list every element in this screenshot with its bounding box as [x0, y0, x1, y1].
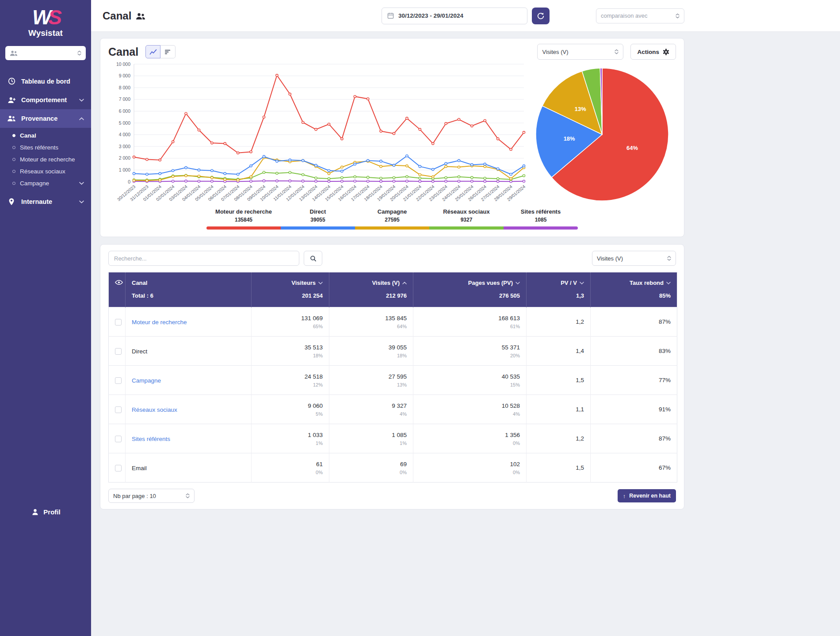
svg-text:9 000: 9 000 [119, 73, 130, 78]
legend-segment-sites-referents [504, 226, 578, 230]
legend-segment-reseaux-sociaux [429, 226, 504, 230]
sidebar-item-internaute[interactable]: Internaute [0, 192, 91, 211]
per-page-select[interactable]: Nb par page : 10 [108, 489, 195, 503]
date-controls: 30/12/2023 - 29/01/2024 [382, 8, 550, 24]
sidebar-nav: Tableau de bord Comportement Provenance [0, 72, 91, 211]
column-header-pv-v[interactable]: PV / V [527, 272, 591, 288]
sidebar: WS Wysistat Tableau de bord Co [0, 0, 91, 636]
svg-text:7 000: 7 000 [119, 96, 130, 102]
chart-metric-select[interactable]: Visites (V) [537, 44, 623, 60]
bullet-icon [12, 146, 15, 149]
channel-name: Direct [132, 348, 147, 355]
column-header-taux-rebond[interactable]: Taux rebond [591, 272, 677, 288]
legend-item-direct[interactable]: Direct39055 [281, 208, 355, 223]
calendar-icon [387, 12, 394, 19]
line-chart-toggle[interactable] [145, 45, 160, 58]
cell-visites: 135 84564% [329, 307, 413, 337]
provenance-submenu: CanalSites référentsMoteur de rechercheR… [0, 128, 91, 192]
cell-pages-vues: 168 61361% [413, 307, 527, 337]
sidebar-item-label: Comportement [21, 96, 67, 103]
legend-item-moteur-de-recherche[interactable]: Moteur de recherche135845 [206, 208, 281, 223]
svg-text:5 000: 5 000 [119, 120, 130, 126]
column-header-pages-vues[interactable]: Pages vues (PV) [413, 272, 527, 288]
profil-label: Profil [43, 508, 60, 516]
legend-item-reseaux-sociaux[interactable]: Réseaux sociaux9327 [429, 208, 504, 223]
sidebar-subitem-canal[interactable]: Canal [0, 130, 91, 142]
total-pages-vues: 276 505 [413, 288, 527, 307]
table-metric-select[interactable]: Visites (V) [592, 251, 676, 266]
legend-item-campagne[interactable]: Campagne27595 [355, 208, 429, 223]
cell-pages-vues: 1 3560% [413, 424, 527, 453]
svg-text:3 000: 3 000 [119, 144, 130, 149]
legend-item-sites-referents[interactable]: Sites référents1085 [504, 208, 578, 223]
svg-text:64%: 64% [626, 145, 638, 151]
select-arrows-icon [615, 49, 619, 54]
row-checkbox[interactable] [115, 348, 122, 355]
eye-icon [115, 280, 123, 285]
cell-visiteurs: 35 51318% [252, 337, 329, 366]
chart-legend: Moteur de recherche135845Direct39055Camp… [206, 208, 578, 230]
table-row-direct: Direct35 51318%39 05518%55 37120%1,483% [109, 337, 677, 366]
svg-text:13%: 13% [575, 106, 586, 112]
row-checkbox[interactable] [115, 436, 122, 442]
sidebar-subitem-label: Campagne [20, 180, 49, 187]
wysistat-logo[interactable]: WS Wysistat [0, 0, 91, 40]
legend-segment-direct [281, 226, 355, 230]
sidebar-item-profil[interactable]: Profil [0, 508, 91, 516]
channels-table: Canal Visiteurs Visites (V) Pages vues (… [108, 272, 677, 483]
chart-card: Canal [100, 38, 684, 237]
channel-name[interactable]: Sites référents [132, 436, 170, 442]
line-chart: 01 0002 0003 0004 0005 0006 0007 0008 00… [108, 61, 528, 207]
table-metric-value: Visites (V) [597, 255, 623, 262]
actions-button[interactable]: Actions [630, 44, 676, 60]
sort-down-icon [580, 279, 584, 286]
table-row-campagne: Campagne24 51812%27 59513%40 53515%1,577… [109, 366, 677, 395]
sidebar-search-select[interactable] [5, 46, 86, 60]
pie-chart: 64%18%13% [534, 66, 670, 203]
row-checkbox[interactable] [115, 319, 122, 326]
row-checkbox[interactable] [115, 377, 122, 384]
sidebar-subitem-campagne[interactable]: Campagne [0, 177, 91, 189]
column-header-visiteurs[interactable]: Visiteurs [252, 272, 329, 288]
total-visiteurs: 201 254 [252, 288, 329, 307]
sidebar-item-provenance[interactable]: Provenance [0, 109, 91, 128]
row-checkbox[interactable] [115, 406, 122, 413]
sort-up-icon [402, 279, 407, 286]
sidebar-item-tableau-de-bord[interactable]: Tableau de bord [0, 72, 91, 91]
channel-name[interactable]: Campagne [132, 377, 161, 384]
cell-pv-v: 1,4 [527, 337, 591, 366]
chevron-up-icon [79, 117, 84, 120]
svg-text:6 000: 6 000 [119, 108, 130, 114]
sidebar-item-label: Tableau de bord [21, 78, 70, 85]
cell-visiteurs: 610% [252, 453, 329, 483]
bullet-icon [12, 182, 15, 185]
totals-row: Total : 6 201 254 212 976 276 505 1,3 85… [109, 288, 677, 307]
visibility-column-header[interactable] [109, 272, 126, 288]
wysistat-logo-icon: WS [0, 7, 91, 27]
column-header-visites[interactable]: Visites (V) [329, 272, 413, 288]
bar-chart-toggle[interactable] [160, 45, 176, 58]
cell-visiteurs: 24 51812% [252, 366, 329, 395]
row-checkbox[interactable] [115, 465, 122, 471]
sidebar-subitem-moteur-de-recherche[interactable]: Moteur de recherche [0, 153, 91, 165]
date-range-picker[interactable]: 30/12/2023 - 29/01/2024 [382, 8, 527, 24]
comparison-select[interactable]: comparaison avec [596, 8, 684, 23]
actions-label: Actions [637, 49, 659, 55]
svg-text:1 000: 1 000 [119, 167, 130, 172]
sidebar-subitem-reseaux-sociaux[interactable]: Réseaux sociaux [0, 165, 91, 177]
refresh-icon [537, 12, 545, 20]
sidebar-item-comportement[interactable]: Comportement [0, 91, 91, 109]
channel-name[interactable]: Moteur de recherche [132, 319, 187, 326]
sidebar-subitem-sites-referents[interactable]: Sites référents [0, 142, 91, 153]
cell-pages-vues: 1020% [413, 453, 527, 483]
people-icon [136, 10, 145, 23]
search-button[interactable] [304, 251, 322, 266]
channel-name[interactable]: Réseaux sociaux [132, 406, 177, 413]
refresh-button[interactable] [532, 8, 550, 24]
svg-text:0: 0 [128, 179, 130, 184]
sidebar-item-label: Internaute [21, 198, 52, 205]
search-input[interactable] [108, 251, 299, 266]
sort-down-icon [666, 279, 671, 286]
back-to-top-label: Revenir en haut [629, 493, 671, 499]
back-to-top-button[interactable]: ↑ Revenir en haut [618, 489, 676, 502]
